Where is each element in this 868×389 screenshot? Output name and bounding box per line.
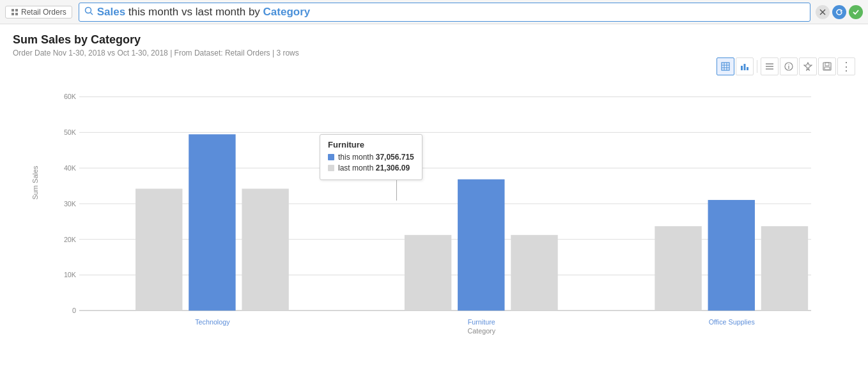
search-bar[interactable]: Sales this month vs last month by Catego… xyxy=(79,3,810,22)
bar-office-last-month[interactable] xyxy=(655,226,701,310)
retail-orders-tag[interactable]: Retail Orders xyxy=(5,6,72,19)
bar-technology-last-month[interactable] xyxy=(136,188,182,310)
token-this-month: this month xyxy=(128,6,182,18)
svg-rect-3 xyxy=(15,13,18,15)
close-icon xyxy=(819,9,826,15)
svg-text:0: 0 xyxy=(72,307,76,314)
refresh-button[interactable] xyxy=(832,5,846,19)
svg-text:Technology: Technology xyxy=(195,318,230,326)
retail-orders-label: Retail Orders xyxy=(21,8,66,17)
bar-office-last-month-right[interactable] xyxy=(761,226,808,310)
svg-rect-0 xyxy=(12,9,14,11)
y-axis-label: Sum Sales xyxy=(31,165,39,199)
svg-text:30K: 30K xyxy=(64,200,77,208)
svg-text:50K: 50K xyxy=(64,128,77,136)
search-query: Sales this month vs last month by Catego… xyxy=(97,6,311,19)
svg-rect-2 xyxy=(12,13,14,15)
token-category: Category xyxy=(263,6,311,18)
svg-point-4 xyxy=(85,8,91,13)
bar-technology-last-month-right[interactable] xyxy=(242,188,288,310)
bar-office-this-month[interactable] xyxy=(708,200,755,310)
svg-text:Office Supplies: Office Supplies xyxy=(709,318,755,326)
svg-text:Category: Category xyxy=(467,327,495,335)
close-button[interactable] xyxy=(816,5,830,19)
chart-svg: 0 10K 20K 30K 40K 50K 60K Technology xyxy=(48,64,842,339)
top-bar: Retail Orders Sales this month vs last m… xyxy=(0,0,868,24)
token-last-month: last month by xyxy=(196,6,263,18)
chart-container: Sum Sales 0 10K 20K 30K 40K 50K 60K xyxy=(13,64,855,370)
token-vs: vs xyxy=(182,6,192,18)
chart-subtitle: Order Date Nov 1-30, 2018 vs Oct 1-30, 2… xyxy=(13,49,855,57)
grid-icon xyxy=(11,8,19,16)
main-content: Sum Sales by Category Order Date Nov 1-3… xyxy=(0,24,868,370)
svg-line-5 xyxy=(90,13,93,15)
chart-title: Sum Sales by Category xyxy=(13,33,855,47)
svg-text:10K: 10K xyxy=(64,271,77,278)
checkmark-icon xyxy=(852,8,860,16)
confirm-button[interactable] xyxy=(849,5,863,19)
top-bar-actions xyxy=(816,5,863,19)
token-sales: Sales xyxy=(97,6,125,18)
svg-text:Furniture: Furniture xyxy=(468,318,495,326)
svg-text:40K: 40K xyxy=(64,164,77,172)
bar-furniture-last-month-right[interactable] xyxy=(511,235,557,310)
svg-rect-1 xyxy=(15,9,18,11)
bar-furniture-this-month[interactable] xyxy=(458,179,504,311)
svg-text:20K: 20K xyxy=(64,236,77,243)
bar-furniture-last-month[interactable] xyxy=(405,235,451,310)
refresh-icon xyxy=(835,8,843,16)
search-icon xyxy=(84,6,93,17)
bar-technology-this-month[interactable] xyxy=(189,134,235,310)
svg-text:60K: 60K xyxy=(64,93,77,100)
